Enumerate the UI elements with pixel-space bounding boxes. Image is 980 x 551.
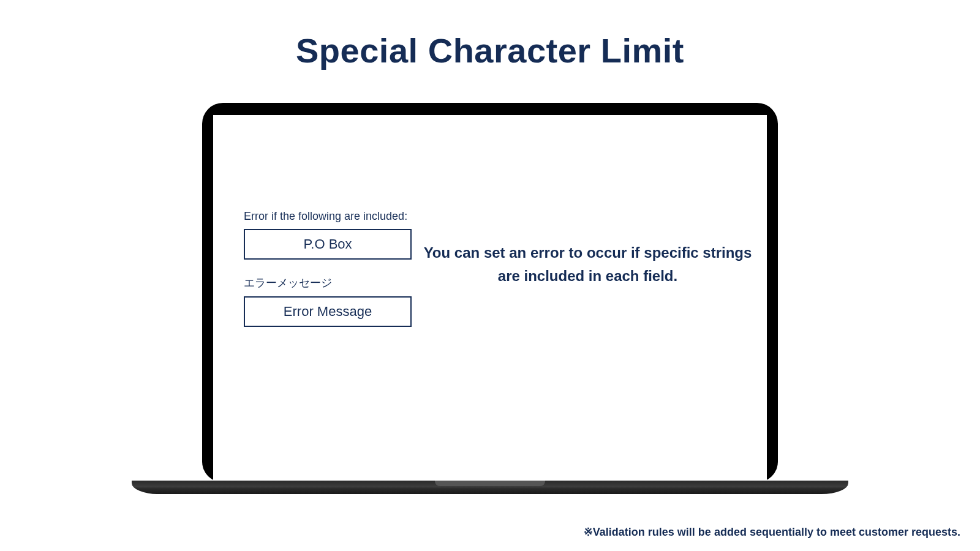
error-message-input[interactable]: Error Message (244, 296, 412, 327)
description-text: You can set an error to occur if specifi… (418, 241, 758, 288)
page-title: Special Character Limit (0, 31, 980, 70)
form-area: Error if the following are included: P.O… (244, 210, 415, 343)
screen-content: Error if the following are included: P.O… (213, 115, 767, 482)
laptop-illustration: Error if the following are included: P.O… (132, 103, 848, 494)
description-area: You can set an error to occur if specifi… (418, 241, 758, 288)
footnote: ※Validation rules will be added sequenti… (584, 525, 960, 539)
error-message-label: エラーメッセージ (244, 276, 415, 290)
error-condition-label: Error if the following are included: (244, 210, 415, 223)
laptop-screen: Error if the following are included: P.O… (213, 115, 767, 482)
blocked-string-input[interactable]: P.O Box (244, 229, 412, 260)
laptop-base (132, 481, 848, 494)
laptop-trackpad-notch (435, 481, 545, 486)
laptop-body: Error if the following are included: P.O… (202, 103, 778, 482)
